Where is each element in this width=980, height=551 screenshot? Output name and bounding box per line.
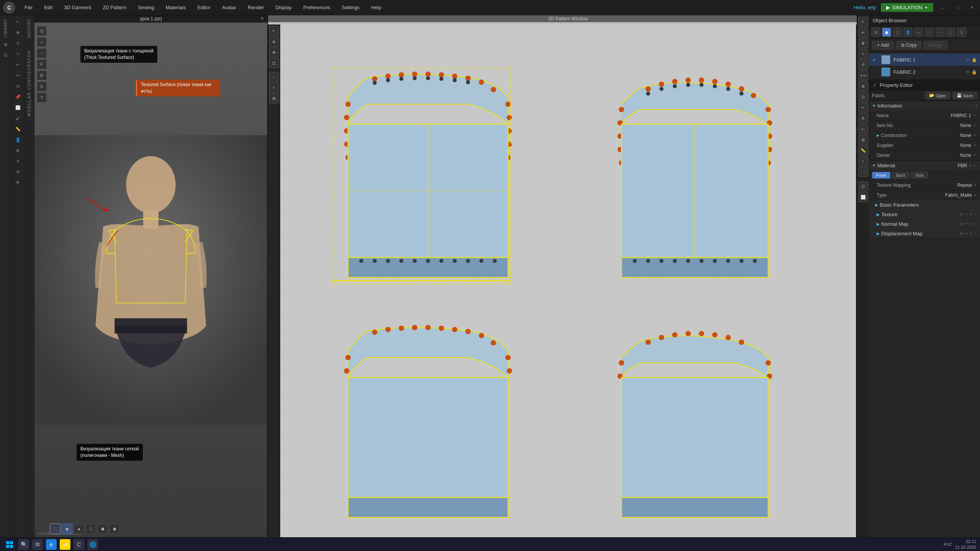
menu-editor[interactable]: Editor (192, 3, 216, 12)
window-maximize[interactable]: □ (952, 3, 962, 13)
normal-icon-add[interactable]: + (975, 222, 977, 227)
material-section-header[interactable]: ▼ Material PBR ▼ ↻ (869, 161, 980, 170)
taskbar-search[interactable]: 🔍 (18, 539, 29, 550)
tool-select[interactable]: ↖ (13, 17, 23, 27)
tool-stitch[interactable]: ⊕ (13, 145, 23, 155)
simulation-button[interactable]: ▶ SIMULATION ▼ (881, 3, 933, 12)
2d-arrange[interactable]: ⊞ (269, 93, 279, 103)
2d-zoom[interactable]: ⊕ (269, 37, 279, 47)
vp-side[interactable]: S (37, 82, 47, 91)
material-refresh[interactable]: ↻ (973, 163, 977, 168)
displacement-icon-grid[interactable]: ⊞ (960, 231, 963, 236)
rvt-texture[interactable]: ⬜ (858, 192, 868, 202)
rvt-text2[interactable]: A↕ (858, 124, 868, 134)
displacement-icon-add[interactable]: + (975, 231, 977, 236)
rvt-cut[interactable]: ✂ (858, 103, 868, 112)
obj-icon-arrow-left[interactable]: ← (925, 28, 934, 37)
rvt-config[interactable]: ⊡ (858, 181, 868, 191)
tool-fold[interactable]: ⟰ (13, 167, 23, 177)
menu-sewing[interactable]: Sewing (132, 3, 160, 12)
copy-button[interactable]: ⧉ Copy (896, 41, 921, 49)
rvt-select[interactable]: ↖ (858, 17, 868, 27)
language-indicator[interactable]: РУС (944, 542, 952, 547)
add-button[interactable]: + Add (872, 41, 894, 49)
fabric-1-icon-lock[interactable]: 🔒 (972, 57, 977, 62)
tab-side[interactable]: Side (911, 172, 928, 179)
tool-pen[interactable]: ✏ (13, 60, 23, 70)
itemno-edit-icon[interactable]: ✏ (973, 123, 977, 128)
displacement-map-header[interactable]: ▶ Displacement Map ⊞ ✏ ✕ + (869, 229, 980, 238)
obj-icon-arrow-right[interactable]: → (936, 28, 945, 37)
tab-front[interactable]: Front (872, 172, 890, 179)
view-wire[interactable]: ⬡ (85, 523, 96, 534)
rvt-stitch[interactable]: ⊕ (858, 81, 868, 91)
vp-zoom-out[interactable]: − (37, 48, 47, 58)
normal-icon-edit[interactable]: ✏ (965, 222, 968, 227)
texture-icon-delete[interactable]: ✕ (970, 212, 973, 217)
construction-edit-icon[interactable]: ✏ (973, 133, 977, 138)
tool-gravity[interactable]: ▾ (13, 156, 23, 166)
obj-icon-more2[interactable]: ⟫ (957, 28, 966, 37)
normal-map-header[interactable]: ▶ Normal Map ⊞ ✏ ✕ + (869, 219, 980, 229)
menu-materials[interactable]: Materials (160, 3, 191, 12)
rvt-info[interactable]: i (858, 156, 868, 166)
normal-icon-grid[interactable]: ⊞ (960, 222, 963, 227)
type-select[interactable]: Fabric_Matte ▼ (919, 192, 977, 198)
window-minimize[interactable]: — (938, 3, 948, 13)
tool-paint[interactable]: 🖌 (13, 113, 23, 123)
menu-help[interactable]: Help (366, 3, 387, 12)
taskbar-taskview[interactable]: ⧉ (32, 539, 43, 550)
window-close[interactable]: ✕ (967, 3, 977, 13)
2d-back[interactable]: ▪ (269, 83, 279, 93)
obj-icon-more1[interactable]: ⟩ (946, 28, 956, 37)
texture-icon-grid[interactable]: ⊞ (960, 212, 963, 217)
texture-mapping-select[interactable]: Repeat ▼ (919, 183, 977, 188)
viewport-3d-close[interactable]: ✕ (260, 16, 264, 21)
2d-fit[interactable]: ⊡ (269, 58, 279, 68)
open-button[interactable]: 📂 Open (925, 92, 950, 99)
rvt-more[interactable]: ⋯ (858, 167, 868, 177)
vp-zoom-in[interactable]: + (37, 37, 47, 47)
vp-zoom-fit[interactable]: ⊡ (37, 26, 47, 36)
rvt-rotate[interactable]: ↺ (858, 60, 868, 70)
fabric-2-icon-lock[interactable]: 🔒 (972, 70, 977, 75)
rvt-mirror[interactable]: ⟺ (858, 70, 868, 80)
obj-icon-grid[interactable]: ⊞ (871, 28, 880, 37)
texture-header[interactable]: ▶ Texture ⊞ ✏ ✕ + (869, 210, 980, 219)
prop-row-construction[interactable]: ▶ Construction None ✏ (869, 130, 980, 140)
2d-select[interactable]: ↖ (269, 26, 279, 36)
view-wire2[interactable]: ⬢ (97, 523, 108, 534)
tool-scissors[interactable]: ✂ (13, 70, 23, 80)
rvt-seam[interactable]: ⊙ (858, 92, 868, 102)
texture-icon-add[interactable]: + (975, 212, 977, 217)
app-logo[interactable]: C (3, 2, 15, 14)
obj-icon-fabric[interactable]: ◼ (882, 28, 891, 37)
rvt-move[interactable]: ✥ (858, 38, 868, 48)
lib-icon-2[interactable]: ☰ (1, 51, 11, 60)
start-button[interactable] (4, 539, 15, 550)
tab-back[interactable]: Back (892, 172, 910, 179)
taskbar-edge[interactable]: e (46, 539, 57, 550)
rvt-grid[interactable]: ⊞ (858, 135, 868, 145)
displacement-icon-edit[interactable]: ✏ (965, 231, 968, 236)
menu-settings[interactable]: Settings (336, 3, 365, 12)
menu-2dpattern[interactable]: 2D Pattern (97, 3, 132, 12)
view-surface-btn[interactable]: ◼ (62, 523, 72, 534)
menu-avatar[interactable]: Avatar (217, 3, 242, 12)
rvt-pen[interactable]: ✏ (858, 28, 868, 37)
obj-icon-pattern[interactable]: ◻ (893, 28, 902, 37)
displacement-icon-delete[interactable]: ✕ (970, 231, 973, 236)
view-wire3[interactable]: ⬣ (109, 523, 120, 534)
supplier-edit-icon[interactable]: ✏ (973, 143, 977, 148)
information-section-header[interactable]: ▼ Information ℹ (869, 101, 980, 111)
tool-avatar[interactable]: 👤 (13, 135, 23, 145)
taskbar-explorer[interactable]: 📁 (60, 539, 70, 550)
name-edit-icon[interactable]: ✏ (973, 113, 977, 118)
rvt-scale[interactable]: ⤡ (858, 49, 868, 59)
view-thick-surface[interactable]: ⬛ (50, 523, 60, 534)
menu-display[interactable]: Display (270, 3, 297, 12)
2d-front[interactable]: ▫ (269, 72, 279, 82)
lib-icon-1[interactable]: ⊞ (1, 40, 11, 50)
basic-params-header[interactable]: ▶ Basic Parameters (869, 200, 980, 210)
tool-rotate[interactable]: ↺ (13, 38, 23, 48)
